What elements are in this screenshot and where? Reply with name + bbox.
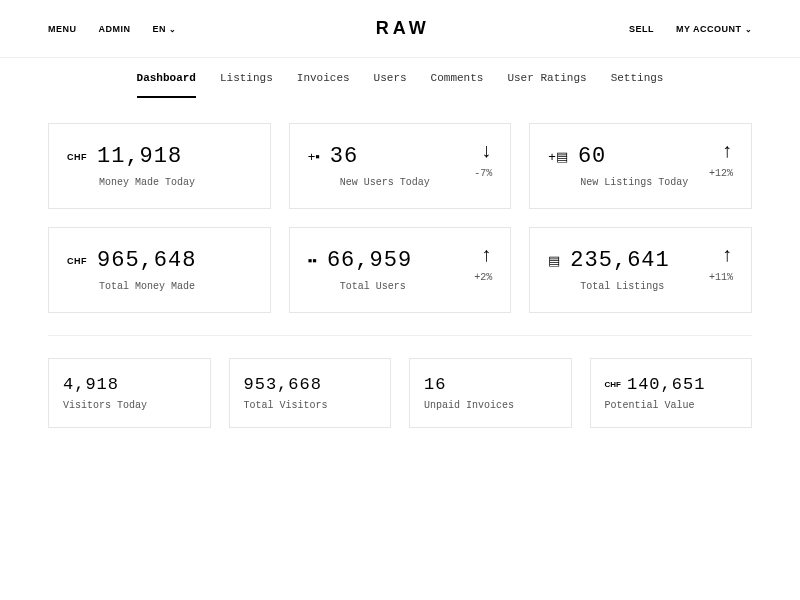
tab-invoices[interactable]: Invoices (297, 72, 350, 98)
stat-label: Unpaid Invoices (424, 400, 557, 411)
language-label: EN (153, 24, 167, 34)
card-new-listings: +▤ 60 New Listings Today ↑ +12% (529, 123, 752, 209)
stat-label: Total Money Made (99, 281, 252, 292)
language-dropdown[interactable]: EN⌄ (153, 24, 177, 34)
trend-percent: +12% (709, 168, 733, 179)
stat-label: Visitors Today (63, 400, 196, 411)
stat-value: 140,651 (627, 375, 705, 394)
menu-button[interactable]: MENU (48, 24, 77, 34)
trend-percent: +2% (474, 272, 492, 283)
stat-label: Potential Value (605, 400, 738, 411)
arrow-up-icon: ↑ (709, 246, 733, 266)
trend: ↑ +11% (709, 246, 733, 283)
currency-prefix: CHF (67, 256, 87, 266)
tabs-nav: Dashboard Listings Invoices Users Commen… (0, 58, 800, 99)
dashboard-content: CHF 11,918 Money Made Today +▪ 36 New Us… (0, 99, 800, 452)
arrow-up-icon: ↑ (474, 246, 492, 266)
card-money-today: CHF 11,918 Money Made Today (48, 123, 271, 209)
chevron-down-icon: ⌄ (169, 25, 177, 34)
card-total-visitors: 953,668 Total Visitors (229, 358, 392, 428)
users-icon: ▪▪ (308, 254, 317, 267)
card-total-listings: ▤ 235,641 Total Listings ↑ +11% (529, 227, 752, 313)
card-total-users: ▪▪ 66,959 Total Users ↑ +2% (289, 227, 512, 313)
currency-prefix: CHF (67, 152, 87, 162)
listings-icon: ▤ (548, 254, 560, 267)
trend: ↓ -7% (474, 142, 492, 179)
stat-label: Money Made Today (99, 177, 252, 188)
stat-label: Total Users (340, 281, 493, 292)
arrow-down-icon: ↓ (474, 142, 492, 162)
add-listing-icon: +▤ (548, 150, 568, 163)
admin-link[interactable]: ADMIN (99, 24, 131, 34)
stat-value: 953,668 (244, 375, 377, 394)
trend: ↑ +2% (474, 246, 492, 283)
account-label: MY ACCOUNT (676, 24, 742, 34)
secondary-grid: 4,918 Visitors Today 953,668 Total Visit… (48, 358, 752, 428)
card-unpaid-invoices: 16 Unpaid Invoices (409, 358, 572, 428)
stat-value: 36 (330, 144, 358, 169)
stat-value: 4,918 (63, 375, 196, 394)
stat-value: 235,641 (570, 248, 669, 273)
top-header: MENU ADMIN EN⌄ RAW SELL MY ACCOUNT⌄ (0, 0, 800, 58)
header-left: MENU ADMIN EN⌄ (48, 24, 177, 34)
tab-settings[interactable]: Settings (611, 72, 664, 98)
stat-value: 60 (578, 144, 606, 169)
card-total-money: CHF 965,648 Total Money Made (48, 227, 271, 313)
stat-label: Total Visitors (244, 400, 377, 411)
trend-percent: -7% (474, 168, 492, 179)
logo[interactable]: RAW (376, 18, 430, 39)
stat-label: New Users Today (340, 177, 493, 188)
card-new-users: +▪ 36 New Users Today ↓ -7% (289, 123, 512, 209)
tab-users[interactable]: Users (374, 72, 407, 98)
section-divider (48, 335, 752, 336)
trend: ↑ +12% (709, 142, 733, 179)
tab-dashboard[interactable]: Dashboard (137, 72, 196, 98)
card-potential-value: CHF 140,651 Potential Value (590, 358, 753, 428)
tab-comments[interactable]: Comments (431, 72, 484, 98)
stat-value: 66,959 (327, 248, 412, 273)
header-right: SELL MY ACCOUNT⌄ (629, 24, 752, 34)
account-dropdown[interactable]: MY ACCOUNT⌄ (676, 24, 752, 34)
tab-listings[interactable]: Listings (220, 72, 273, 98)
trend-percent: +11% (709, 272, 733, 283)
chevron-down-icon: ⌄ (745, 25, 753, 34)
sell-link[interactable]: SELL (629, 24, 654, 34)
add-user-icon: +▪ (308, 150, 320, 163)
arrow-up-icon: ↑ (709, 142, 733, 162)
tab-user-ratings[interactable]: User Ratings (507, 72, 586, 98)
currency-prefix: CHF (605, 380, 621, 389)
stat-value: 16 (424, 375, 557, 394)
card-visitors-today: 4,918 Visitors Today (48, 358, 211, 428)
stat-value: 965,648 (97, 248, 196, 273)
stat-value: 11,918 (97, 144, 182, 169)
stats-grid: CHF 11,918 Money Made Today +▪ 36 New Us… (48, 123, 752, 313)
